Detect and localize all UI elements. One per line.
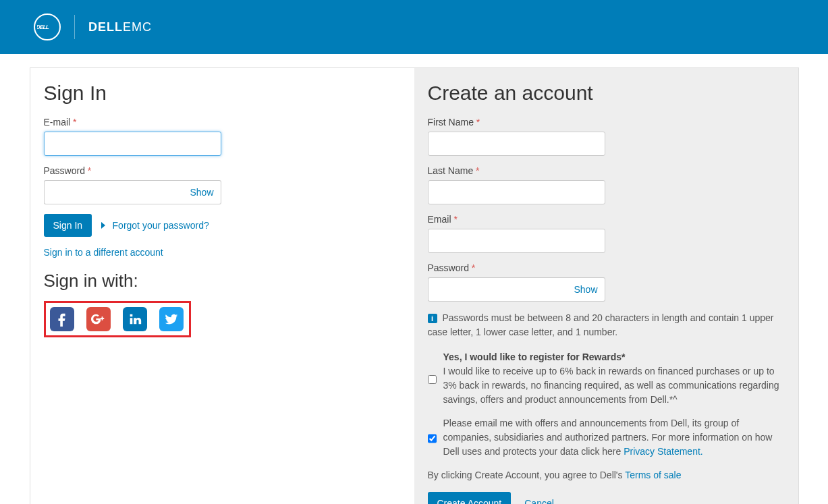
agree-text: By clicking Create Account, you agree to… [428, 468, 785, 482]
email-input[interactable] [44, 132, 221, 156]
rewards-desc: I would like to receive up to 6% back in… [443, 366, 779, 405]
privacy-link[interactable]: Privacy Statement. [624, 446, 703, 457]
googleplus-signin-button[interactable] [86, 307, 111, 331]
create-title: Create an account [428, 82, 785, 105]
forgot-password-link[interactable]: Forgot your password? [101, 219, 209, 231]
different-account-link[interactable]: Sign in to a different account [44, 247, 163, 258]
offers-checkbox[interactable] [428, 418, 437, 459]
svg-text:DELL: DELL [37, 24, 50, 30]
twitter-signin-button[interactable] [159, 307, 184, 331]
social-heading: Sign in with: [44, 271, 401, 291]
dellemc-logo: DELLEMC [88, 20, 152, 34]
password-label: Password * [44, 165, 401, 176]
dell-logo-icon: DELL [34, 13, 61, 40]
header: DELL DELLEMC [0, 0, 828, 54]
create-email-label: Email * [428, 214, 785, 225]
main-container: Sign In E-mail * Password * Show Sign In… [30, 67, 799, 504]
rewards-checkbox[interactable] [428, 352, 437, 407]
signin-panel: Sign In E-mail * Password * Show Sign In… [30, 68, 414, 504]
password-hint: i Passwords must be between 8 and 20 cha… [428, 311, 785, 339]
first-name-label: First Name * [428, 117, 785, 128]
terms-link[interactable]: Terms of sale [625, 470, 681, 480]
cancel-link[interactable]: Cancel [524, 498, 554, 504]
offers-text: Please email me with offers and announce… [443, 416, 785, 459]
create-password-label: Password * [428, 262, 785, 273]
create-password-input[interactable] [428, 277, 568, 302]
signin-button[interactable]: Sign In [44, 214, 92, 237]
signin-title: Sign In [44, 82, 401, 105]
rewards-label: Yes, I would like to register for Reward… [443, 352, 626, 362]
password-input[interactable] [44, 180, 184, 204]
facebook-icon [55, 312, 70, 327]
last-name-label: Last Name * [428, 165, 785, 176]
email-label: E-mail * [44, 117, 401, 128]
caret-right-icon [101, 222, 105, 229]
last-name-input[interactable] [428, 180, 605, 204]
linkedin-icon [128, 312, 142, 327]
create-account-panel: Create an account First Name * Last Name… [414, 68, 798, 504]
first-name-input[interactable] [428, 132, 605, 156]
header-divider [74, 15, 75, 39]
create-account-button[interactable]: Create Account [428, 492, 512, 504]
create-show-password-button[interactable]: Show [567, 277, 605, 302]
facebook-signin-button[interactable] [50, 307, 74, 331]
linkedin-signin-button[interactable] [123, 307, 147, 331]
googleplus-icon [91, 312, 106, 327]
info-icon: i [428, 314, 437, 323]
create-email-input[interactable] [428, 229, 605, 253]
social-signin-row [44, 301, 191, 337]
show-password-button[interactable]: Show [183, 180, 221, 204]
twitter-icon [164, 312, 179, 327]
